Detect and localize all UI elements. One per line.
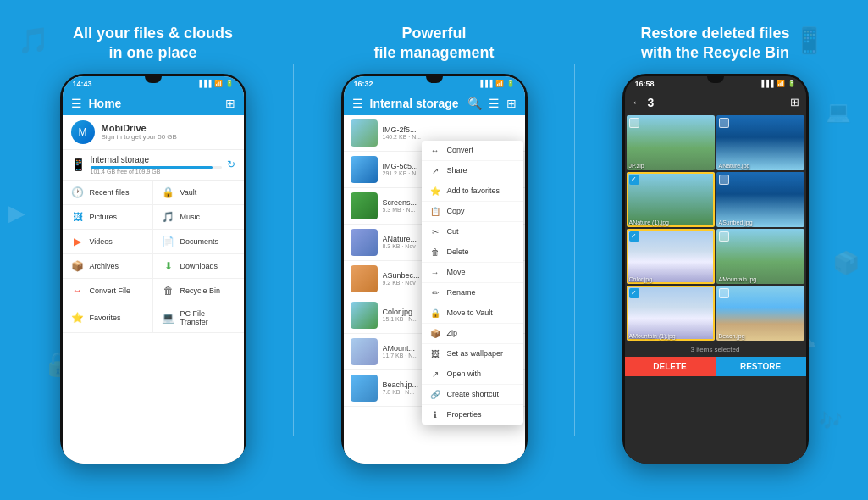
- gallery-item-4[interactable]: ASunbed.jpg: [716, 172, 804, 227]
- ctx-move[interactable]: → Move: [422, 263, 523, 283]
- more-icon[interactable]: ⊞: [506, 97, 517, 110]
- gallery-label-5: Color.jpg: [629, 276, 653, 282]
- menu-item-vault[interactable]: 🔒 Vault: [153, 181, 244, 205]
- back-icon[interactable]: ←: [632, 96, 643, 108]
- ctx-convert-icon: ↔: [430, 146, 440, 155]
- mobidrive-row[interactable]: M MobiDrive Sign in to get your 50 GB: [63, 115, 244, 150]
- menu-item-recycle[interactable]: 🗑 Recycle Bin: [153, 279, 244, 303]
- grid-icon[interactable]: ⊞: [225, 97, 235, 110]
- gallery-item-7[interactable]: ✓ AMountain (1).jpg: [627, 286, 715, 341]
- gallery-label-8: Beach.jpg: [719, 333, 745, 339]
- ctx-wallpaper[interactable]: 🖼 Set as wallpaper: [422, 344, 523, 364]
- gallery-label-2: ANature.jpg: [719, 163, 750, 169]
- gallery-action-bar: DELETE RESTORE: [625, 357, 806, 376]
- ctx-shortcut-icon: 🔗: [430, 390, 440, 399]
- sort-icon[interactable]: ☰: [489, 97, 500, 110]
- signal-icon-2: ▐▐▐: [478, 80, 492, 87]
- pictures-icon: 🖼: [71, 211, 85, 223]
- panel-home: All your files & cloudsin one place 14:4…: [13, 17, 293, 483]
- menu-item-favorites[interactable]: ⭐ Favorites: [63, 303, 153, 333]
- ctx-copy[interactable]: 📋 Copy: [422, 202, 523, 222]
- menu-label-recycle: Recycle Bin: [180, 286, 221, 295]
- ctx-convert-label: Convert: [447, 146, 474, 154]
- gallery-item-2[interactable]: ANature.jpg: [716, 115, 804, 170]
- documents-icon: 📄: [162, 236, 175, 247]
- gallery-label-7: AMountain (1).jpg: [629, 333, 676, 339]
- checkbox-5[interactable]: ✓: [629, 231, 639, 242]
- ctx-properties-label: Properties: [447, 410, 482, 419]
- search-icon[interactable]: 🔍: [467, 97, 482, 110]
- menu-item-music[interactable]: 🎵 Music: [153, 205, 244, 230]
- menu-icon-2[interactable]: ☰: [352, 97, 363, 110]
- menu-item-pc-transfer[interactable]: 💻 PC File Transfer: [153, 303, 244, 333]
- menu-item-recent[interactable]: 🕐 Recent files: [63, 181, 153, 205]
- convert-icon: ↔: [71, 285, 85, 297]
- favorites-icon: ⭐: [71, 312, 85, 324]
- menu-label-pictures: Pictures: [90, 213, 118, 221]
- checkbox-4[interactable]: [719, 175, 729, 185]
- ctx-move-icon: →: [430, 268, 440, 277]
- ctx-share[interactable]: ↗ Share: [422, 161, 523, 181]
- ctx-cut[interactable]: ✂ Cut: [422, 222, 523, 242]
- storage-row[interactable]: 📱 Internal storage 101.4 GB free of 109.…: [63, 150, 244, 181]
- menu-item-documents[interactable]: 📄 Documents: [153, 230, 244, 254]
- gallery-label-3: ANature (1).jpg: [629, 219, 669, 225]
- ctx-vault[interactable]: 🔒 Move to Vault: [422, 303, 523, 324]
- restore-button[interactable]: RESTORE: [716, 357, 806, 376]
- menu-item-videos[interactable]: ▶ Videos: [63, 230, 153, 254]
- app-bar-title-2: Internal storage: [370, 97, 461, 110]
- panel2-title: Powerfulfile management: [373, 17, 494, 64]
- status-icons-3: ▐▐▐ 📶 🔋: [759, 80, 795, 87]
- file-thumb-7: [351, 338, 378, 365]
- gallery-item-8[interactable]: Beach.jpg: [716, 286, 804, 341]
- ctx-favorites[interactable]: ⭐ Add to favorites: [422, 181, 523, 202]
- ctx-wallpaper-label: Set as wallpaper: [447, 349, 504, 358]
- recent-icon: 🕐: [71, 186, 85, 198]
- battery-icon-2: 🔋: [506, 80, 515, 87]
- archives-icon: 📦: [71, 260, 85, 272]
- pc-transfer-icon: 💻: [162, 312, 175, 324]
- phone-2: 16:32 ▐▐▐ 📶 🔋 ☰ Internal storage 🔍 ☰ ⊞: [341, 74, 528, 464]
- menu-label-recent: Recent files: [90, 188, 130, 197]
- home-content: M MobiDrive Sign in to get your 50 GB 📱 …: [63, 115, 244, 464]
- gallery-item-5[interactable]: ✓ Color.jpg: [627, 229, 715, 284]
- menu-item-downloads[interactable]: ⬇ Downloads: [153, 254, 244, 279]
- checkbox-8[interactable]: [719, 288, 729, 298]
- checkbox-3[interactable]: ✓: [629, 175, 639, 185]
- ctx-rename[interactable]: ✏ Rename: [422, 283, 523, 303]
- menu-label-music: Music: [180, 213, 201, 221]
- menu-grid: 🕐 Recent files 🔒 Vault 🖼 Pictures �: [63, 181, 244, 333]
- menu-item-pictures[interactable]: 🖼 Pictures: [63, 205, 153, 230]
- menu-item-archives[interactable]: 📦 Archives: [63, 254, 153, 279]
- checkbox-7[interactable]: ✓: [629, 288, 639, 298]
- gallery-grid-icon[interactable]: ⊞: [790, 96, 799, 108]
- menu-label-videos: Videos: [90, 237, 113, 246]
- ctx-properties[interactable]: ℹ Properties: [422, 405, 523, 425]
- gallery-item-1[interactable]: JP.zip: [627, 115, 715, 170]
- ctx-cut-icon: ✂: [430, 227, 440, 236]
- ctx-zip[interactable]: 📦 Zip: [422, 324, 523, 344]
- checkbox-6[interactable]: [719, 231, 729, 242]
- ctx-zip-label: Zip: [447, 329, 458, 337]
- sync-icon[interactable]: ↻: [227, 158, 235, 170]
- app-bar-1: ☰ Home ⊞: [63, 92, 244, 115]
- mobidrive-text: MobiDrive Sign in to get your 50 GB: [102, 123, 235, 141]
- wifi-icon: 📶: [214, 80, 223, 87]
- panel-recycle: Restore deleted fileswith the Recycle Bi…: [575, 17, 855, 483]
- checkbox-1[interactable]: [629, 118, 639, 128]
- menu-item-convert[interactable]: ↔ Convert File: [63, 279, 153, 303]
- signal-icon-3: ▐▐▐: [759, 80, 773, 87]
- ctx-delete[interactable]: 🗑 Delete: [422, 242, 523, 263]
- checkbox-2[interactable]: [719, 118, 729, 128]
- gallery-item-3[interactable]: ✓ ANature (1).jpg: [627, 172, 715, 227]
- gallery-label-1: JP.zip: [629, 163, 644, 169]
- ctx-open-with[interactable]: ↗ Open with: [422, 364, 523, 385]
- ctx-convert[interactable]: ↔ Convert: [422, 141, 523, 161]
- ctx-copy-icon: 📋: [430, 207, 440, 216]
- ctx-vault-label: Move to Vault: [447, 308, 493, 317]
- delete-button[interactable]: DELETE: [625, 357, 716, 376]
- selection-count: 3: [648, 96, 785, 109]
- menu-icon[interactable]: ☰: [71, 97, 82, 110]
- ctx-shortcut[interactable]: 🔗 Create shortcut: [422, 385, 523, 405]
- gallery-item-6[interactable]: AMountain.jpg: [716, 229, 804, 284]
